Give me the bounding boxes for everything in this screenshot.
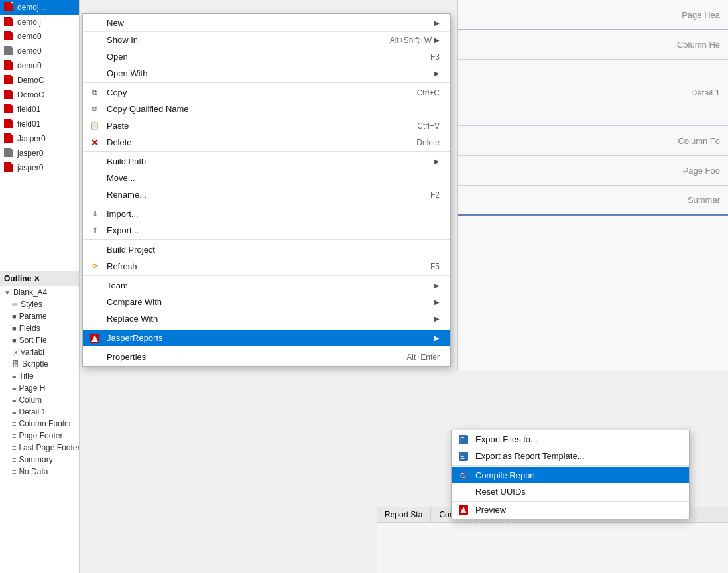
sidebar-file-10[interactable]: jasper0 [0,146,79,160]
section-label-pagefooter: Page Foo [683,166,720,176]
sidebar-file-9[interactable]: Jasper0 [0,131,79,146]
outline-item-colfooter[interactable]: ≡ Column Footer [0,418,79,430]
refresh-shortcut: F5 [409,262,440,271]
export-icon: ⬆ [90,225,100,236]
sidebar-file-1[interactable]: demo.j [0,15,79,29]
svg-rect-22 [4,162,13,172]
design-section-colfooter: Column Fo [458,126,728,156]
submenu-item-exporttemplate[interactable]: E Export as Report Template... [452,448,689,466]
nodata-icon: ≡ [12,468,16,476]
menu-label-copyqname: Copy Qualified Name [107,104,189,114]
outline-item-summary[interactable]: ≡ Summary [0,454,79,466]
sidebar-file-4[interactable]: demo0 [0,58,79,73]
jasper-menu-icon [90,333,100,344]
section-label-summary: Summar [688,195,720,205]
outline-label-fields: Fields [19,324,40,333]
outline-close-button[interactable]: ✕ [34,275,40,283]
menu-item-paste[interactable]: 📋 Paste Ctrl+V [83,117,450,134]
submenu-item-preview[interactable]: Preview [452,501,689,519]
menu-item-delete[interactable]: ✕ Delete Delete [83,134,450,152]
jrxml-icon-2 [4,31,15,42]
menu-item-replacewith[interactable]: Replace With ▶ [83,310,450,328]
menu-item-rename[interactable]: Rename... F2 [83,186,450,204]
sidebar-file-6[interactable]: DemoC [0,88,79,102]
sidebar-file-2[interactable]: demo0 [0,29,79,44]
jasper-submenu: E Export Files to... E Export as Report … [451,430,690,519]
menu-item-team[interactable]: Team ▶ [83,277,450,294]
sidebar-filename-8: field01 [17,119,40,129]
menu-item-refresh[interactable]: ⟳ Refresh F5 [83,258,450,276]
delete-shortcut: Delete [395,138,440,147]
design-section-detail: Detail 1 [458,60,728,126]
team-arrow-icon: ▶ [434,282,440,289]
menu-item-new[interactable]: New ▶ [83,14,450,32]
buildpath-arrow-icon: ▶ [434,158,440,165]
submenu-label-compile: Compile Report [475,470,535,480]
menu-item-jasperreports[interactable]: JasperReports ▶ [83,330,450,346]
outline-item-lastpage[interactable]: ≡ Last Page Footer [0,442,79,454]
copy-icon: ⧉ [90,88,100,98]
outline-item-pageh[interactable]: ≡ Page H [0,382,79,394]
menu-item-openwith[interactable]: Open With ▶ [83,65,450,83]
menu-item-buildpath[interactable]: Build Path ▶ [83,153,450,170]
outline-label-lastpage: Last Page Footer [19,443,79,452]
svg-rect-2 [4,17,13,26]
outline-label-colum: Colum [19,395,42,405]
svg-rect-20 [4,148,13,157]
outline-item-variabl[interactable]: fx Variabl [0,346,79,358]
outline-item-sortfie[interactable]: ■ Sort Fie [0,334,79,346]
outline-item-title[interactable]: ≡ Title [0,370,79,382]
outline-item-colum[interactable]: ≡ Colum [0,394,79,406]
menu-item-comparewith[interactable]: Compare With ▶ [83,294,450,310]
outline-root[interactable]: ▼ Blank_A4 [0,286,79,298]
section-label-colfooter: Column Fo [678,136,720,146]
menu-label-comparewith: Compare With [107,297,162,307]
colum-icon: ≡ [12,396,16,404]
jrxml-icon-9 [4,133,15,144]
svg-text:E: E [460,436,465,444]
menu-item-open[interactable]: Open F3 [83,48,450,65]
outline-item-scriptle[interactable]: 🗄 Scriptle [0,358,79,370]
menu-item-move[interactable]: Move... [83,170,450,186]
submenu-label-preview: Preview [475,505,506,515]
sidebar-file-0[interactable]: demoj... [0,0,79,15]
submenu-item-exportfiles[interactable]: E Export Files to... [452,430,689,448]
copy-shortcut: Ctrl+C [396,88,440,97]
menu-item-properties[interactable]: Properties Alt+Enter [83,348,450,366]
menu-label-rename: Rename... [107,190,147,200]
sidebar-file-5[interactable]: DemoC [0,73,79,88]
jrxml-icon-7 [4,104,15,115]
outline-label-pageh: Page H [19,383,45,393]
pageh-icon: ≡ [12,384,16,392]
console-tab-reportsta[interactable]: Report Sta [377,507,431,522]
context-menu: New ▶ Show In Alt+Shift+W ▶ Open F3 Open… [82,13,451,367]
outline-item-params[interactable]: ■ Parame [0,310,79,322]
outline-item-pagefooter[interactable]: ≡ Page Footer [0,430,79,442]
menu-item-buildproject[interactable]: Build Project [83,241,450,258]
sidebar-filename-5: DemoC [17,76,44,85]
fx-icon: fx [12,348,18,356]
menu-item-copyqname[interactable]: ⧉ Copy Qualified Name [83,101,450,117]
outline-item-fields[interactable]: ■ Fields [0,322,79,334]
submenu-item-compile[interactable]: C Compile Report [452,467,689,483]
menu-item-showin[interactable]: Show In Alt+Shift+W ▶ [83,32,450,48]
menu-item-copy[interactable]: ⧉ Copy Ctrl+C [83,84,450,101]
menu-label-properties: Properties [107,352,146,362]
outline-item-styles[interactable]: ✏ Styles [0,298,79,310]
jrxml-icon-1 [4,17,15,27]
showin-arrow-icon: ▶ [434,36,440,44]
menu-item-export[interactable]: ⬆ Export... [83,222,450,240]
submenu-item-resetuuids[interactable]: Reset UUIDs [452,483,689,500]
sidebar-file-7[interactable]: field01 [0,102,79,117]
menu-label-buildpath: Build Path [107,157,146,166]
outline-item-detail[interactable]: ≡ Detail 1 [0,406,79,418]
sidebar-file-8[interactable]: field01 [0,117,79,131]
jrxml-icon-11 [4,162,15,173]
svg-rect-12 [4,90,13,99]
sidebar-file-11[interactable]: jasper0 [0,160,79,175]
sidebar-filename-7: field01 [17,105,40,114]
outline-item-nodata[interactable]: ≡ No Data [0,466,79,478]
menu-item-import[interactable]: ⬇ Import... [83,206,450,222]
section-label-detail: Detail 1 [691,88,720,97]
sidebar-file-3[interactable]: demo0 [0,44,79,58]
